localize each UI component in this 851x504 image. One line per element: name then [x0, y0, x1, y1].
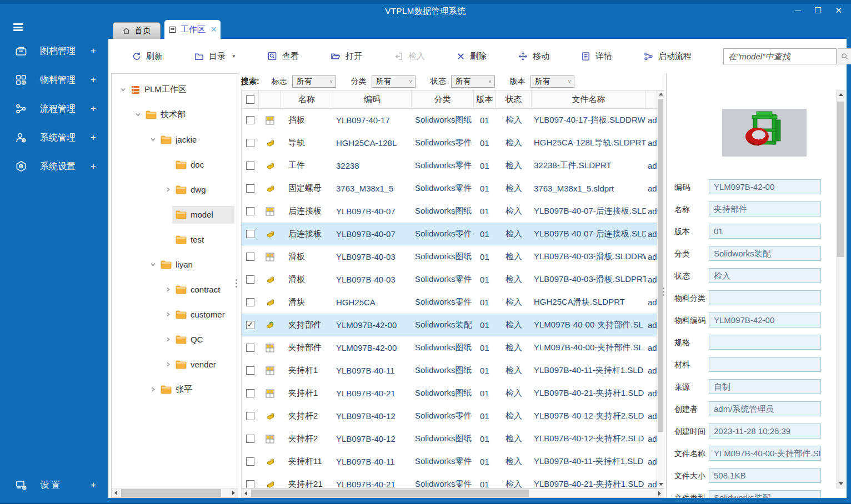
tree-hscrollbar[interactable]	[112, 488, 238, 497]
scroll-up-button[interactable]	[657, 90, 664, 98]
detail-splitter-handle[interactable]	[663, 288, 664, 296]
sidebar-item-expand[interactable]: +	[91, 161, 96, 172]
chevron-right-icon[interactable]	[163, 361, 172, 367]
scroll-right-button[interactable]	[229, 488, 238, 497]
row-checkbox[interactable]	[246, 116, 254, 124]
row-checkbox[interactable]	[246, 230, 254, 238]
chevron-down-icon[interactable]	[148, 261, 157, 268]
flag-filter-select[interactable]: 所有˅	[292, 75, 336, 88]
table-row[interactable]: 挡板 YLB097-40-17 Solidworks图纸 01 检入 YLB09…	[242, 109, 657, 132]
sidebar-item[interactable]: 物料管理 +	[0, 65, 108, 94]
sidebar-item-expand[interactable]: +	[91, 103, 96, 114]
row-checkbox[interactable]	[246, 435, 254, 443]
row-checkbox[interactable]	[246, 457, 254, 466]
chevron-down-icon[interactable]	[133, 112, 142, 118]
table-row[interactable]: 夹持杆2 YLB097B-40-12 Solidworks零件 01 检入 YL…	[242, 405, 657, 427]
chevron-right-icon[interactable]	[163, 187, 172, 193]
start-flow-button[interactable]: 启动流程	[644, 51, 692, 62]
scroll-thumb[interactable]	[837, 102, 844, 257]
tree-node[interactable]: jackie	[112, 127, 238, 152]
table-row[interactable]: 夹持部件 YLM097B-42-00 Solidworks图纸 01 检入 YL…	[242, 336, 657, 359]
tree-node[interactable]: customer	[112, 302, 238, 327]
table-row[interactable]: 后连接板 YLB097B-40-07 Solidworks零件 01 检入 YL…	[242, 223, 657, 245]
scroll-down-button[interactable]	[837, 480, 845, 488]
view-button[interactable]: 查看	[268, 51, 299, 62]
chevron-down-icon[interactable]	[118, 87, 127, 93]
category-filter-select[interactable]: 所有˅	[372, 75, 416, 88]
chevron-right-icon[interactable]	[163, 336, 172, 342]
tree-node[interactable]: test	[112, 227, 238, 252]
detail-button[interactable]: 详情	[581, 51, 612, 62]
chevron-right-icon[interactable]	[163, 286, 172, 293]
row-checkbox[interactable]	[246, 321, 254, 329]
sidebar-item-expand[interactable]: +	[91, 46, 96, 57]
search-input[interactable]	[724, 49, 836, 64]
sidebar-item-expand[interactable]: +	[91, 480, 96, 491]
select-all-checkbox[interactable]	[246, 95, 254, 104]
row-checkbox[interactable]	[246, 139, 254, 147]
tree-node[interactable]: liyan	[112, 252, 238, 277]
table-row[interactable]: 夹持部件 YLM097B-42-00 Solidworks装配 01 检入 YL…	[242, 314, 657, 336]
row-checkbox[interactable]	[246, 162, 254, 170]
row-checkbox[interactable]	[246, 480, 254, 488]
chevron-down-icon[interactable]	[148, 137, 157, 143]
tab-workspace[interactable]: 工作区 ✕	[164, 20, 221, 39]
chevron-right-icon[interactable]	[163, 311, 172, 317]
hamburger-menu-icon[interactable]	[13, 23, 23, 31]
sidebar-item[interactable]: 系统设置 +	[0, 152, 108, 181]
minimize-button[interactable]: ─	[795, 6, 801, 16]
table-row[interactable]: 固定螺母 3763_M38x1_5 Solidworks零件 01 检入 376…	[242, 177, 657, 200]
checkin-button[interactable]: 检入	[394, 51, 425, 62]
table-hscrollbar[interactable]	[241, 488, 664, 498]
table-row[interactable]: 导轨 HGH25CA-128L Solidworks零件 01 检入 HGH25…	[242, 132, 657, 154]
scroll-thumb[interactable]	[121, 489, 221, 497]
tree-splitter-handle[interactable]	[236, 279, 237, 288]
sidebar-item[interactable]: 流程管理 +	[0, 94, 108, 123]
scroll-left-button[interactable]	[112, 488, 120, 497]
search-go-button[interactable]	[838, 48, 851, 64]
table-row[interactable]: 夹持杆2 YLB097B-40-12 Solidworks图纸 01 检入 YL…	[242, 427, 657, 450]
tree-node[interactable]: contract	[112, 277, 238, 302]
sidebar-item-expand[interactable]: +	[91, 132, 96, 143]
tree-node[interactable]: 张平	[112, 377, 238, 402]
row-checkbox[interactable]	[246, 389, 254, 397]
detail-vscrollbar[interactable]	[836, 90, 845, 488]
sidebar-item-settings[interactable]: 设 置 +	[0, 471, 108, 500]
tree-node[interactable]: 技术部	[112, 102, 238, 127]
scroll-thumb[interactable]	[251, 490, 529, 497]
open-button[interactable]: 打开	[331, 51, 362, 62]
table-row[interactable]: 滑板 YLB097B-40-03 Solidworks图纸 01 检入 YLB0…	[242, 245, 657, 268]
row-checkbox[interactable]	[246, 412, 254, 420]
row-checkbox[interactable]	[246, 253, 254, 261]
refresh-button[interactable]: 刷新	[132, 51, 163, 62]
tree-node[interactable]: model	[112, 202, 238, 227]
tab-home[interactable]: 首页	[113, 22, 161, 39]
version-column-header[interactable]: 版本	[474, 90, 496, 108]
delete-button[interactable]: 删除	[457, 51, 487, 62]
tab-close-icon[interactable]: ✕	[211, 25, 217, 34]
sidebar-item[interactable]: 图档管理 +	[0, 37, 108, 65]
tree-node[interactable]: QC	[112, 327, 238, 352]
row-checkbox[interactable]	[246, 184, 254, 193]
code-column-header[interactable]: 编码	[333, 90, 412, 108]
table-row[interactable]: 夹持杆11 YLB097B-40-11 Solidworks零件 01 检入 Y…	[242, 450, 657, 473]
table-row[interactable]: 夹持杆21 YLB097B-40-21 Solidworks零件 01 检入 Y…	[242, 473, 657, 488]
table-row[interactable]: 夹持杆1 YLB097B-40-11 Solidworks图纸 01 检入 YL…	[242, 359, 657, 382]
name-column-header[interactable]: 名称	[281, 90, 333, 108]
catalog-button[interactable]: 目录 ▼	[194, 51, 236, 62]
row-checkbox[interactable]	[246, 366, 254, 375]
table-row[interactable]: 夹持杆1 YLB097B-40-21 Solidworks图纸 01 检入 YL…	[242, 382, 657, 405]
tree-node[interactable]: dwg	[112, 177, 238, 202]
row-checkbox[interactable]	[246, 275, 254, 284]
tree-node[interactable]: PLM工作区	[112, 77, 238, 102]
table-row[interactable]: 滑板 YLB097B-40-03 Solidworks零件 01 检入 YLB0…	[242, 268, 657, 291]
scroll-thumb[interactable]	[658, 99, 663, 432]
version-filter-select[interactable]: 所有˅	[530, 75, 574, 88]
category-column-header[interactable]: 分类	[412, 90, 474, 108]
row-checkbox[interactable]	[246, 207, 254, 215]
table-row[interactable]: 工件 32238 Solidworks零件 01 检入 32238-工件.SLD…	[242, 154, 657, 177]
table-row[interactable]: 后连接板 YLB097B-40-07 Solidworks图纸 01 检入 YL…	[242, 200, 657, 223]
scroll-left-button[interactable]	[242, 489, 250, 497]
filename-column-header[interactable]: 文件名称	[532, 90, 646, 108]
move-button[interactable]: 移动	[518, 51, 549, 62]
